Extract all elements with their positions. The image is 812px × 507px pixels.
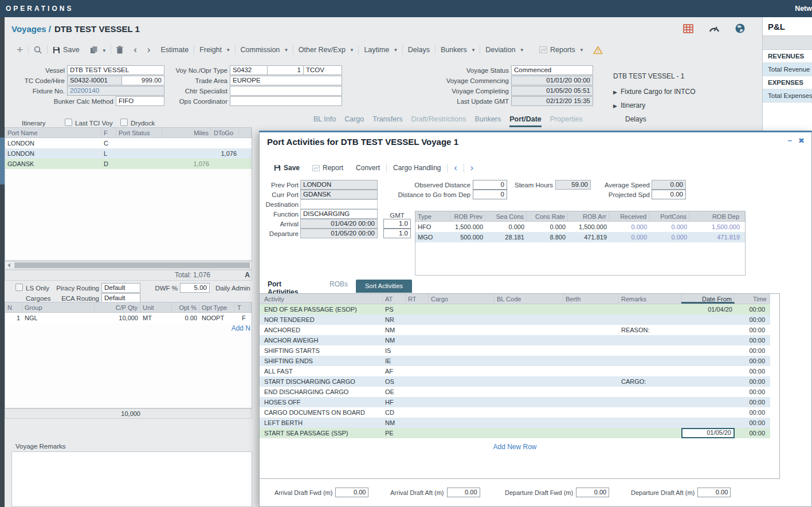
itinerary-row[interactable]: LONDONL 1,076 xyxy=(5,148,252,159)
voy-no-field[interactable]: S0432 xyxy=(230,65,268,75)
col-rob-prev[interactable]: ROB Prev xyxy=(451,211,485,221)
activity-row[interactable]: SHIFTING ENDSIE 00:00 xyxy=(260,356,770,366)
dialog-prev-port-button[interactable]: ‹ xyxy=(448,163,463,173)
voyage-status-field[interactable]: Commenced xyxy=(511,65,593,75)
estimate-button[interactable]: Estimate xyxy=(155,46,194,54)
tree-node[interactable]: ▶Fixture Cargo for INTCO xyxy=(613,88,696,96)
col-cargo[interactable]: Cargo xyxy=(429,294,495,304)
dialog-convert-button[interactable]: Convert xyxy=(350,164,386,172)
col-activity[interactable]: Activity xyxy=(260,294,383,304)
activity-row[interactable]: END OF SEA PASSAGE (ESOP)PS 01/04/2000:0… xyxy=(260,304,770,315)
bunker-row[interactable]: HFO1,500.0000.000 0.0001,500.000 0.0000.… xyxy=(415,222,745,232)
pnl-row[interactable]: Total Revenue xyxy=(763,63,812,76)
col-time[interactable]: Time xyxy=(735,294,770,304)
tab-robs[interactable]: ROBs xyxy=(329,280,348,288)
voyage-tab[interactable]: Bunkers xyxy=(474,115,501,127)
col-f[interactable]: F xyxy=(101,128,116,137)
voyage-tab[interactable]: Transfers xyxy=(372,115,402,127)
voyage-tab[interactable]: Port/Date xyxy=(509,115,542,127)
col-sea-cons[interactable]: Sea Cons xyxy=(485,211,527,221)
reports-menu[interactable]: Reports xyxy=(534,46,588,54)
projected-speed-field[interactable]: 0.00 xyxy=(652,190,686,199)
col-cons-rate[interactable]: Cons Rate xyxy=(527,211,568,221)
activity-row[interactable]: ANCHOREDNM REASON:00:00 xyxy=(260,325,770,335)
scroll-left-arrow-icon[interactable] xyxy=(5,262,13,269)
delete-button[interactable] xyxy=(111,46,128,54)
globe-icon[interactable] xyxy=(735,23,745,33)
voyage-tab[interactable]: Cargo xyxy=(344,115,364,127)
dialog-save-button[interactable]: Save xyxy=(268,164,306,172)
draft-input[interactable]: 0.00 xyxy=(447,488,480,497)
save-button[interactable]: Save xyxy=(48,46,85,54)
tc-hire-field[interactable]: 999.00 xyxy=(121,76,164,85)
search-button[interactable] xyxy=(29,46,47,54)
top-right-link[interactable]: Netw xyxy=(795,5,812,13)
distance-to-go-field[interactable]: 0 xyxy=(473,190,507,199)
ls-only-checkbox[interactable] xyxy=(15,284,23,291)
dialog-minimize-icon[interactable]: − xyxy=(787,136,792,145)
col-opt-type[interactable]: Opt Type xyxy=(199,302,235,312)
col-t[interactable]: T xyxy=(235,302,252,312)
deviation-menu[interactable]: Deviation xyxy=(480,46,528,54)
gmt-departure-field[interactable]: 1.0 xyxy=(383,229,411,238)
pnl-row[interactable]: EXPENSES xyxy=(763,76,812,89)
validation-warning-icon[interactable] xyxy=(588,46,608,54)
col-remarks[interactable]: Remarks xyxy=(619,294,681,304)
col-miles[interactable]: Miles xyxy=(162,128,211,137)
copy-button[interactable] xyxy=(85,46,111,54)
next-voyage-button[interactable]: › xyxy=(142,44,156,56)
fixture-no-field[interactable]: 20200140 xyxy=(67,86,164,96)
gmt-arrival-field[interactable]: 1.0 xyxy=(383,219,411,229)
activity-row[interactable]: LEFT BERTHNM 00:00 xyxy=(260,418,770,428)
tree-node[interactable]: Delays xyxy=(622,115,696,123)
pnl-row[interactable]: Total Expenses xyxy=(763,89,812,103)
prev-voyage-button[interactable]: ‹ xyxy=(128,44,142,56)
dialog-close-icon[interactable]: ✖ xyxy=(798,136,805,145)
commission-menu[interactable]: Commission xyxy=(236,46,293,54)
col-bl-code[interactable]: BL Code xyxy=(495,294,563,304)
gauge-icon[interactable] xyxy=(709,24,720,33)
observed-distance-field[interactable]: 0 xyxy=(473,180,507,190)
dialog-report-button[interactable]: Report xyxy=(306,164,350,172)
col-date-from[interactable]: Date From xyxy=(681,294,735,304)
trade-area-field[interactable]: EUROPE xyxy=(230,76,342,85)
col-rob-arr[interactable]: ROB Arr xyxy=(568,211,609,221)
voy-seq-field[interactable]: 1 xyxy=(267,65,304,75)
col-rob-dep[interactable]: ROB Dep xyxy=(689,211,745,221)
activity-row[interactable]: CARGO DOCUMENTS ON BOARDCD 00:00 xyxy=(260,407,770,418)
col-portcons[interactable]: PortCons xyxy=(649,211,689,221)
activity-row[interactable]: ANCHOR AWEIGHNM 00:00 xyxy=(260,335,770,345)
voyage-tab[interactable]: Draft/Restrictions xyxy=(411,115,466,127)
col-at[interactable]: AT xyxy=(383,294,406,304)
draft-input[interactable]: 0.00 xyxy=(335,488,368,497)
activity-row[interactable]: HOSES OFFHF 00:00 xyxy=(260,397,770,407)
dialog-cargo-handling-button[interactable]: Cargo Handling xyxy=(387,164,447,172)
opr-type-field[interactable]: TCOV xyxy=(303,65,342,75)
col-opt-pct[interactable]: Opt % xyxy=(172,302,199,312)
pnl-row[interactable]: REVENUES xyxy=(763,50,812,63)
sort-activities-button[interactable]: Sort Activities xyxy=(356,280,412,293)
new-button[interactable]: + xyxy=(11,44,28,56)
delays-button[interactable]: Delays xyxy=(403,46,435,54)
breadcrumb-voyages-link[interactable]: Voyages / xyxy=(11,24,51,34)
bunkers-menu[interactable]: Bunkers xyxy=(436,46,480,54)
itinerary-row[interactable]: GDANSKD 1,076 xyxy=(5,159,252,169)
col-group[interactable]: Group xyxy=(22,302,95,312)
tree-root[interactable]: DTB TEST VESSEL - 1 xyxy=(613,72,696,80)
draft-input[interactable]: 0.00 xyxy=(576,488,609,497)
activity-row[interactable]: ALL FASTAF 00:00 xyxy=(260,366,770,376)
activity-row[interactable]: START SEA PASSAGE (SSP)PE 01/05/2000:00 xyxy=(260,428,770,438)
col-berth[interactable]: Berth xyxy=(563,294,619,304)
collapsed-sidebar[interactable] xyxy=(0,17,5,507)
add-new-row-link[interactable]: Add New Row xyxy=(493,443,536,451)
grid-view-icon[interactable] xyxy=(683,24,693,33)
laytime-menu[interactable]: Laytime xyxy=(359,46,402,54)
col-port-name[interactable]: Port Name xyxy=(5,128,101,137)
piracy-routing-field[interactable]: Default xyxy=(101,283,140,293)
activity-row[interactable]: START DISCHARGING CARGOOS CARGO:00:00 xyxy=(260,376,770,387)
freight-menu[interactable]: Freight xyxy=(194,46,234,54)
itinerary-row[interactable]: LONDONC xyxy=(5,138,252,148)
vessel-field[interactable]: DTB TEST VESSEL xyxy=(67,65,164,75)
activity-row[interactable]: SHIFTING STARTSIS 00:00 xyxy=(260,345,770,356)
voyage-tab[interactable]: Properties xyxy=(550,115,583,127)
